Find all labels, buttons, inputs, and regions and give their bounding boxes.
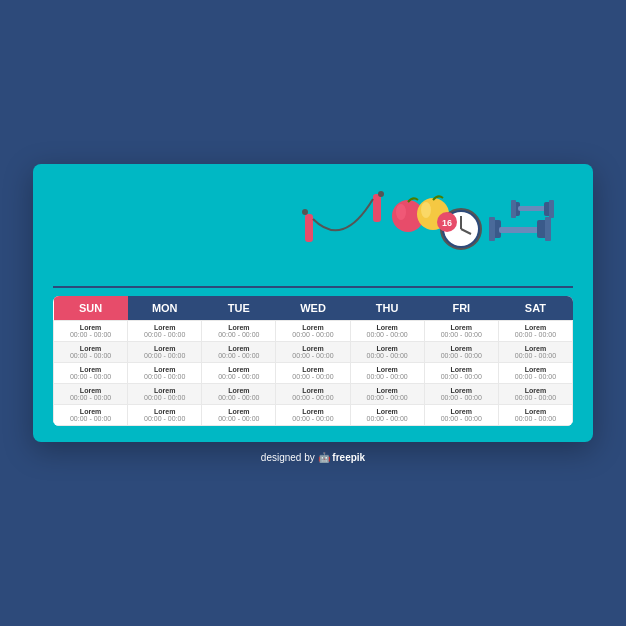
table-cell: Lorem00:00 - 00:00 xyxy=(498,341,572,362)
cell-time: 00:00 - 00:00 xyxy=(58,331,123,338)
cell-label: Lorem xyxy=(132,324,197,331)
cell-label: Lorem xyxy=(206,366,271,373)
footer: designed by 🤖 freepik xyxy=(261,452,365,463)
table-cell: Lorem00:00 - 00:00 xyxy=(54,320,128,341)
table-cell: Lorem00:00 - 00:00 xyxy=(276,362,350,383)
cell-time: 00:00 - 00:00 xyxy=(58,415,123,422)
cell-label: Lorem xyxy=(503,387,568,394)
cell-time: 00:00 - 00:00 xyxy=(132,331,197,338)
cell-time: 00:00 - 00:00 xyxy=(206,331,271,338)
cell-time: 00:00 - 00:00 xyxy=(132,373,197,380)
table-cell: Lorem00:00 - 00:00 xyxy=(498,383,572,404)
cell-label: Lorem xyxy=(503,408,568,415)
cell-time: 00:00 - 00:00 xyxy=(429,352,494,359)
svg-rect-0 xyxy=(305,214,313,242)
cell-time: 00:00 - 00:00 xyxy=(132,415,197,422)
cell-label: Lorem xyxy=(132,408,197,415)
cell-label: Lorem xyxy=(132,345,197,352)
equipment-icons: 16 xyxy=(293,184,573,274)
table-row: Lorem00:00 - 00:00Lorem00:00 - 00:00Lore… xyxy=(54,404,573,425)
cell-time: 00:00 - 00:00 xyxy=(280,331,345,338)
cell-time: 00:00 - 00:00 xyxy=(355,352,420,359)
cell-time: 00:00 - 00:00 xyxy=(355,415,420,422)
cell-label: Lorem xyxy=(429,345,494,352)
cell-label: Lorem xyxy=(58,345,123,352)
table-cell: Lorem00:00 - 00:00 xyxy=(424,404,498,425)
cell-label: Lorem xyxy=(132,387,197,394)
cell-time: 00:00 - 00:00 xyxy=(58,373,123,380)
cell-label: Lorem xyxy=(132,366,197,373)
table-cell: Lorem00:00 - 00:00 xyxy=(276,404,350,425)
cell-time: 00:00 - 00:00 xyxy=(132,352,197,359)
table-header-row: SUN MON TUE WED THU FRI SAT xyxy=(54,296,573,321)
header-mon: MON xyxy=(128,296,202,321)
header-sat: SAT xyxy=(498,296,572,321)
table-cell: Lorem00:00 - 00:00 xyxy=(202,383,276,404)
svg-rect-1 xyxy=(373,194,381,222)
cell-time: 00:00 - 00:00 xyxy=(206,394,271,401)
header-sun: SUN xyxy=(54,296,128,321)
svg-rect-20 xyxy=(511,200,516,218)
table-row: Lorem00:00 - 00:00Lorem00:00 - 00:00Lore… xyxy=(54,383,573,404)
cell-label: Lorem xyxy=(355,366,420,373)
cell-label: Lorem xyxy=(58,324,123,331)
cell-label: Lorem xyxy=(206,324,271,331)
table-cell: Lorem00:00 - 00:00 xyxy=(276,320,350,341)
svg-rect-18 xyxy=(545,217,551,241)
cell-time: 00:00 - 00:00 xyxy=(280,394,345,401)
schedule-table: SUN MON TUE WED THU FRI SAT Lorem00:00 -… xyxy=(53,296,573,426)
table-cell: Lorem00:00 - 00:00 xyxy=(202,404,276,425)
cell-label: Lorem xyxy=(355,345,420,352)
cell-time: 00:00 - 00:00 xyxy=(503,373,568,380)
cell-time: 00:00 - 00:00 xyxy=(429,373,494,380)
table-cell: Lorem00:00 - 00:00 xyxy=(350,404,424,425)
cell-label: Lorem xyxy=(429,366,494,373)
cell-label: Lorem xyxy=(429,408,494,415)
table-cell: Lorem00:00 - 00:00 xyxy=(424,362,498,383)
header-fri: FRI xyxy=(424,296,498,321)
cell-label: Lorem xyxy=(355,387,420,394)
table-cell: Lorem00:00 - 00:00 xyxy=(128,341,202,362)
cell-time: 00:00 - 00:00 xyxy=(429,331,494,338)
table-cell: Lorem00:00 - 00:00 xyxy=(54,383,128,404)
cell-label: Lorem xyxy=(355,324,420,331)
cell-time: 00:00 - 00:00 xyxy=(280,373,345,380)
table-cell: Lorem00:00 - 00:00 xyxy=(424,383,498,404)
cell-label: Lorem xyxy=(280,387,345,394)
footer-text: designed by 🤖 freepik xyxy=(261,452,365,463)
table-cell: Lorem00:00 - 00:00 xyxy=(54,362,128,383)
cell-label: Lorem xyxy=(206,387,271,394)
cell-time: 00:00 - 00:00 xyxy=(280,352,345,359)
svg-rect-23 xyxy=(549,200,554,218)
cell-label: Lorem xyxy=(58,387,123,394)
svg-rect-15 xyxy=(489,217,495,241)
cell-label: Lorem xyxy=(58,408,123,415)
cell-time: 00:00 - 00:00 xyxy=(429,415,494,422)
cell-label: Lorem xyxy=(58,366,123,373)
cell-time: 00:00 - 00:00 xyxy=(503,352,568,359)
fitness-schedule-card: 16 SUN MON xyxy=(33,164,593,442)
cell-time: 00:00 - 00:00 xyxy=(429,394,494,401)
cell-time: 00:00 - 00:00 xyxy=(355,331,420,338)
cell-label: Lorem xyxy=(280,366,345,373)
table-cell: Lorem00:00 - 00:00 xyxy=(424,341,498,362)
divider xyxy=(53,286,573,288)
cell-time: 00:00 - 00:00 xyxy=(132,394,197,401)
header-thu: THU xyxy=(350,296,424,321)
table-cell: Lorem00:00 - 00:00 xyxy=(276,383,350,404)
cell-time: 00:00 - 00:00 xyxy=(280,415,345,422)
cell-time: 00:00 - 00:00 xyxy=(503,415,568,422)
table-cell: Lorem00:00 - 00:00 xyxy=(128,320,202,341)
table-cell: Lorem00:00 - 00:00 xyxy=(128,404,202,425)
table-cell: Lorem00:00 - 00:00 xyxy=(54,341,128,362)
svg-point-3 xyxy=(378,191,384,197)
table-cell: Lorem00:00 - 00:00 xyxy=(128,362,202,383)
header-tue: TUE xyxy=(202,296,276,321)
cell-label: Lorem xyxy=(206,345,271,352)
svg-point-2 xyxy=(302,209,308,215)
cell-time: 00:00 - 00:00 xyxy=(206,415,271,422)
cell-time: 00:00 - 00:00 xyxy=(206,352,271,359)
table-cell: Lorem00:00 - 00:00 xyxy=(350,320,424,341)
cell-label: Lorem xyxy=(503,345,568,352)
cell-label: Lorem xyxy=(280,324,345,331)
